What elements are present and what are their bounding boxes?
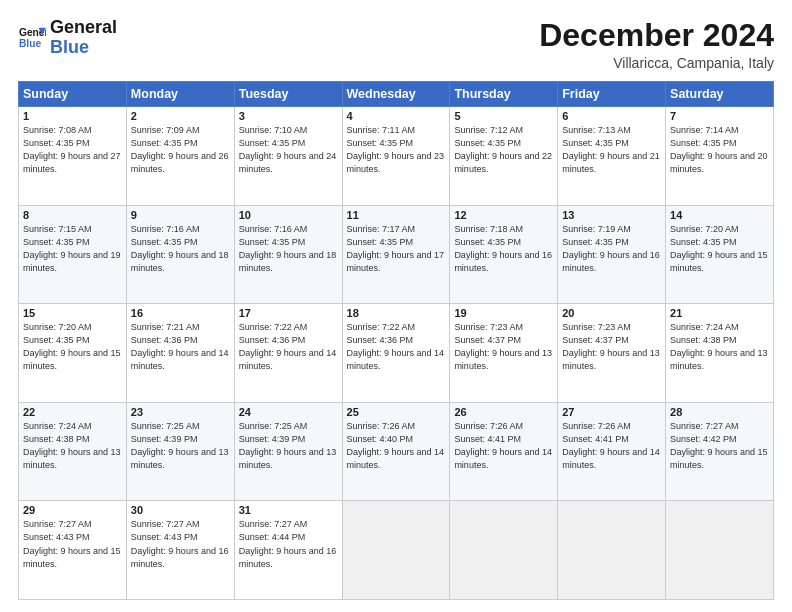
calendar: Sunday Monday Tuesday Wednesday Thursday… [18,81,774,600]
day-number: 23 [131,406,230,418]
calendar-header-row: Sunday Monday Tuesday Wednesday Thursday… [19,82,774,107]
calendar-cell: 25Sunrise: 7:26 AM Sunset: 4:40 PM Dayli… [342,402,450,501]
day-info: Sunrise: 7:22 AM Sunset: 4:36 PM Dayligh… [347,321,446,373]
calendar-cell [666,501,774,600]
day-number: 31 [239,504,338,516]
day-number: 4 [347,110,446,122]
col-wednesday: Wednesday [342,82,450,107]
day-info: Sunrise: 7:24 AM Sunset: 4:38 PM Dayligh… [670,321,769,373]
day-number: 12 [454,209,553,221]
calendar-cell: 15Sunrise: 7:20 AM Sunset: 4:35 PM Dayli… [19,304,127,403]
day-number: 19 [454,307,553,319]
day-number: 24 [239,406,338,418]
day-info: Sunrise: 7:24 AM Sunset: 4:38 PM Dayligh… [23,420,122,472]
day-info: Sunrise: 7:11 AM Sunset: 4:35 PM Dayligh… [347,124,446,176]
day-info: Sunrise: 7:26 AM Sunset: 4:41 PM Dayligh… [454,420,553,472]
day-number: 15 [23,307,122,319]
calendar-week-row: 29Sunrise: 7:27 AM Sunset: 4:43 PM Dayli… [19,501,774,600]
logo: General Blue General Blue [18,18,117,58]
day-info: Sunrise: 7:19 AM Sunset: 4:35 PM Dayligh… [562,223,661,275]
day-info: Sunrise: 7:09 AM Sunset: 4:35 PM Dayligh… [131,124,230,176]
calendar-cell: 27Sunrise: 7:26 AM Sunset: 4:41 PM Dayli… [558,402,666,501]
day-info: Sunrise: 7:16 AM Sunset: 4:35 PM Dayligh… [131,223,230,275]
calendar-cell: 7Sunrise: 7:14 AM Sunset: 4:35 PM Daylig… [666,107,774,206]
month-title: December 2024 [539,18,774,53]
calendar-cell: 6Sunrise: 7:13 AM Sunset: 4:35 PM Daylig… [558,107,666,206]
day-info: Sunrise: 7:25 AM Sunset: 4:39 PM Dayligh… [239,420,338,472]
day-info: Sunrise: 7:22 AM Sunset: 4:36 PM Dayligh… [239,321,338,373]
logo-text: General Blue [50,18,117,58]
day-info: Sunrise: 7:23 AM Sunset: 4:37 PM Dayligh… [454,321,553,373]
day-number: 18 [347,307,446,319]
day-info: Sunrise: 7:26 AM Sunset: 4:41 PM Dayligh… [562,420,661,472]
day-info: Sunrise: 7:23 AM Sunset: 4:37 PM Dayligh… [562,321,661,373]
day-info: Sunrise: 7:13 AM Sunset: 4:35 PM Dayligh… [562,124,661,176]
calendar-cell: 23Sunrise: 7:25 AM Sunset: 4:39 PM Dayli… [126,402,234,501]
day-number: 5 [454,110,553,122]
day-info: Sunrise: 7:17 AM Sunset: 4:35 PM Dayligh… [347,223,446,275]
day-info: Sunrise: 7:21 AM Sunset: 4:36 PM Dayligh… [131,321,230,373]
day-number: 9 [131,209,230,221]
day-info: Sunrise: 7:14 AM Sunset: 4:35 PM Dayligh… [670,124,769,176]
day-info: Sunrise: 7:27 AM Sunset: 4:44 PM Dayligh… [239,518,338,570]
day-number: 28 [670,406,769,418]
calendar-cell: 8Sunrise: 7:15 AM Sunset: 4:35 PM Daylig… [19,205,127,304]
calendar-cell: 28Sunrise: 7:27 AM Sunset: 4:42 PM Dayli… [666,402,774,501]
logo-line1: General [50,18,117,38]
calendar-cell: 9Sunrise: 7:16 AM Sunset: 4:35 PM Daylig… [126,205,234,304]
day-number: 14 [670,209,769,221]
day-info: Sunrise: 7:26 AM Sunset: 4:40 PM Dayligh… [347,420,446,472]
col-tuesday: Tuesday [234,82,342,107]
day-number: 1 [23,110,122,122]
calendar-cell: 2Sunrise: 7:09 AM Sunset: 4:35 PM Daylig… [126,107,234,206]
calendar-cell [342,501,450,600]
calendar-cell: 4Sunrise: 7:11 AM Sunset: 4:35 PM Daylig… [342,107,450,206]
calendar-cell: 16Sunrise: 7:21 AM Sunset: 4:36 PM Dayli… [126,304,234,403]
day-info: Sunrise: 7:08 AM Sunset: 4:35 PM Dayligh… [23,124,122,176]
day-number: 26 [454,406,553,418]
day-number: 20 [562,307,661,319]
calendar-cell: 14Sunrise: 7:20 AM Sunset: 4:35 PM Dayli… [666,205,774,304]
day-info: Sunrise: 7:16 AM Sunset: 4:35 PM Dayligh… [239,223,338,275]
day-info: Sunrise: 7:12 AM Sunset: 4:35 PM Dayligh… [454,124,553,176]
day-number: 21 [670,307,769,319]
calendar-cell: 13Sunrise: 7:19 AM Sunset: 4:35 PM Dayli… [558,205,666,304]
svg-text:Blue: Blue [19,38,42,49]
day-info: Sunrise: 7:27 AM Sunset: 4:43 PM Dayligh… [23,518,122,570]
day-number: 16 [131,307,230,319]
calendar-week-row: 15Sunrise: 7:20 AM Sunset: 4:35 PM Dayli… [19,304,774,403]
calendar-week-row: 1Sunrise: 7:08 AM Sunset: 4:35 PM Daylig… [19,107,774,206]
day-number: 25 [347,406,446,418]
day-info: Sunrise: 7:10 AM Sunset: 4:35 PM Dayligh… [239,124,338,176]
col-monday: Monday [126,82,234,107]
title-block: December 2024 Villaricca, Campania, Ital… [539,18,774,71]
day-number: 22 [23,406,122,418]
day-info: Sunrise: 7:25 AM Sunset: 4:39 PM Dayligh… [131,420,230,472]
calendar-cell: 29Sunrise: 7:27 AM Sunset: 4:43 PM Dayli… [19,501,127,600]
logo-icon: General Blue [18,24,46,52]
calendar-cell: 17Sunrise: 7:22 AM Sunset: 4:36 PM Dayli… [234,304,342,403]
calendar-week-row: 8Sunrise: 7:15 AM Sunset: 4:35 PM Daylig… [19,205,774,304]
day-info: Sunrise: 7:18 AM Sunset: 4:35 PM Dayligh… [454,223,553,275]
calendar-cell: 12Sunrise: 7:18 AM Sunset: 4:35 PM Dayli… [450,205,558,304]
calendar-cell [558,501,666,600]
page: General Blue General Blue December 2024 … [0,0,792,612]
calendar-cell: 24Sunrise: 7:25 AM Sunset: 4:39 PM Dayli… [234,402,342,501]
col-sunday: Sunday [19,82,127,107]
day-info: Sunrise: 7:20 AM Sunset: 4:35 PM Dayligh… [23,321,122,373]
col-thursday: Thursday [450,82,558,107]
day-number: 13 [562,209,661,221]
day-number: 10 [239,209,338,221]
day-number: 7 [670,110,769,122]
calendar-cell: 1Sunrise: 7:08 AM Sunset: 4:35 PM Daylig… [19,107,127,206]
calendar-cell: 10Sunrise: 7:16 AM Sunset: 4:35 PM Dayli… [234,205,342,304]
calendar-week-row: 22Sunrise: 7:24 AM Sunset: 4:38 PM Dayli… [19,402,774,501]
calendar-cell: 5Sunrise: 7:12 AM Sunset: 4:35 PM Daylig… [450,107,558,206]
day-info: Sunrise: 7:27 AM Sunset: 4:42 PM Dayligh… [670,420,769,472]
day-number: 11 [347,209,446,221]
calendar-cell: 18Sunrise: 7:22 AM Sunset: 4:36 PM Dayli… [342,304,450,403]
calendar-cell: 26Sunrise: 7:26 AM Sunset: 4:41 PM Dayli… [450,402,558,501]
day-number: 29 [23,504,122,516]
day-number: 6 [562,110,661,122]
day-number: 17 [239,307,338,319]
